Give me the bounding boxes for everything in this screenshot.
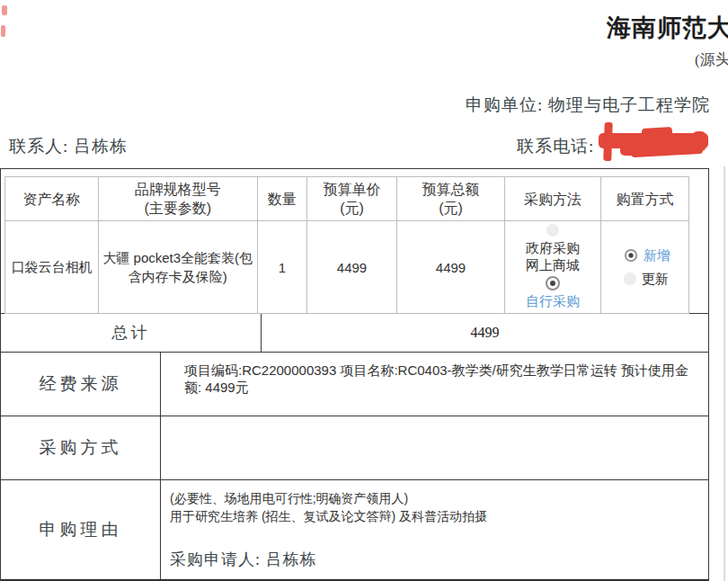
reason-text: 用于研究生培养 (招生、复试及论文答辩) 及科普活动拍摄 <box>170 507 699 525</box>
form-table: 资产名称 品牌规格型号 (主要参数) 数量 预算单价 (元) 预算总额 <box>0 168 709 581</box>
funding-content: 项目编码:RC2200000393 项目名称:RC0403-教学类/研究生教学日… <box>161 353 708 416</box>
contact-name: 联系人: 吕栋栋 <box>9 135 128 158</box>
page-title: 海南师范大学 <box>607 12 728 44</box>
cell-purchase-type: 新增 更新 <box>601 221 689 314</box>
contact-phone-label: 联系电话: <box>517 135 594 158</box>
cell-unit-price: 4499 <box>307 221 397 314</box>
radio-gov-mall-label[interactable]: 政府采购网上商城 <box>524 239 582 273</box>
unit-line: 申购单位: 物理与电子工程学院 <box>466 94 710 117</box>
redaction-scribble <box>584 120 717 166</box>
cell-procurement-method: 政府采购网上商城 自行采购 <box>505 221 601 314</box>
funding-label: 经费来源 <box>1 353 161 416</box>
radio-new-label[interactable]: 新增 <box>644 247 670 264</box>
reason-row: 申购理由 (必要性、场地用电可行性;明确资产领用人) 用于研究生培养 (招生、复… <box>1 480 708 580</box>
total-value: 4499 <box>262 314 708 352</box>
radio-self-procurement-label[interactable]: 自行采购 <box>526 293 580 310</box>
procurement-mode-row: 采购方式 <box>1 416 708 480</box>
col-header-unit-price: 预算单价 (元) <box>307 177 397 221</box>
radio-gov-mall[interactable] <box>546 224 559 237</box>
asset-table-header-row: 资产名称 品牌规格型号 (主要参数) 数量 预算单价 (元) 预算总额 <box>5 177 689 221</box>
purchase-request-form: 海南师范大学 (源头 申购单位: 物理与电子工程学院 联系人: 吕栋栋 联系电话… <box>0 0 728 581</box>
red-pen-mark <box>2 5 7 15</box>
radio-update-label[interactable]: 更新 <box>642 271 669 288</box>
total-row: 总计 4499 <box>1 314 708 353</box>
col-header-procurement-method: 采购方法 <box>505 177 601 221</box>
total-label: 总计 <box>1 314 262 352</box>
col-header-brand-spec: 品牌规格型号 (主要参数) <box>98 177 257 221</box>
procurement-mode-content <box>161 416 708 479</box>
funding-row: 经费来源 项目编码:RC2200000393 项目名称:RC0403-教学类/研… <box>1 353 708 416</box>
reason-content: (必要性、场地用电可行性;明确资产领用人) 用于研究生培养 (招生、复试及论文答… <box>161 480 708 579</box>
asset-table: 资产名称 品牌规格型号 (主要参数) 数量 预算单价 (元) 预算总额 <box>4 176 689 314</box>
procurement-mode-label: 采购方式 <box>1 416 161 479</box>
page-subtitle: (源头 <box>695 49 728 70</box>
cell-total-price: 4499 <box>396 221 504 314</box>
col-header-asset-name: 资产名称 <box>5 177 99 221</box>
red-pen-mark <box>1 25 5 37</box>
col-header-total-price: 预算总额 (元) <box>396 177 504 221</box>
cell-asset-name: 口袋云台相机 <box>5 221 99 314</box>
col-header-purchase-type: 购置方式 <box>601 177 689 221</box>
cell-brand-spec: 大疆 pocket3全能套装(包含内存卡及保险) <box>98 221 257 314</box>
table-row: 口袋云台相机 大疆 pocket3全能套装(包含内存卡及保险) 1 4499 4… <box>5 221 689 314</box>
radio-new[interactable] <box>625 249 637 262</box>
applicant-line: 采购申请人: 吕栋栋 <box>170 550 699 568</box>
radio-self-procurement[interactable] <box>546 276 560 290</box>
brand-spec-text: 大疆 pocket3全能套装(包含内存卡及保险) <box>102 248 253 286</box>
reason-label: 申购理由 <box>1 480 161 579</box>
reason-hint: (必要性、场地用电可行性;明确资产领用人) <box>170 489 699 507</box>
page-edge-line <box>724 166 725 581</box>
radio-update[interactable] <box>624 273 636 285</box>
asset-grid-section: 资产名称 品牌规格型号 (主要参数) 数量 预算单价 (元) 预算总额 <box>1 169 708 314</box>
cell-quantity: 1 <box>257 221 307 314</box>
col-header-quantity: 数量 <box>257 177 307 221</box>
